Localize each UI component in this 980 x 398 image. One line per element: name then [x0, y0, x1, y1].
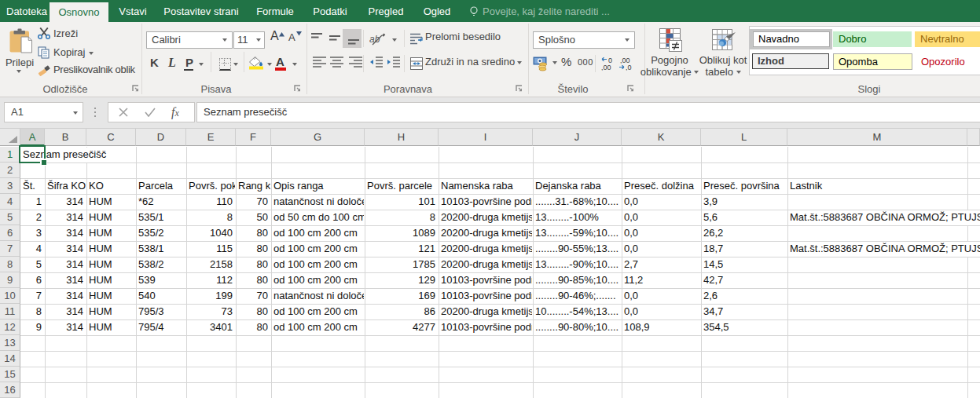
- svg-text:,00: ,00: [601, 64, 611, 71]
- svg-text:,0: ,0: [626, 64, 632, 71]
